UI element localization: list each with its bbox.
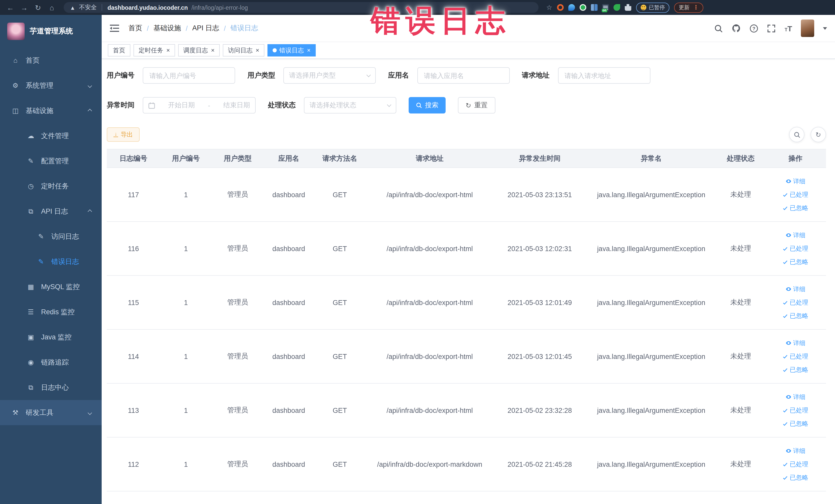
cell-exception: java.lang.IllegalArgumentException — [586, 222, 717, 276]
processed-action-link[interactable]: 已处理 — [767, 188, 824, 201]
sidebar-item-file[interactable]: ☁文件管理 — [0, 123, 102, 148]
tab-cron-job[interactable]: 定时任务× — [134, 44, 175, 57]
user-id-input[interactable] — [143, 67, 235, 84]
address-bar[interactable]: ▲ 不安全 dashboard.yudao.iocoder.cn /infra/… — [64, 2, 538, 13]
tab-close-icon[interactable]: × — [256, 47, 259, 54]
back-icon[interactable]: ← — [5, 3, 15, 12]
user-avatar[interactable] — [801, 20, 814, 37]
sidebar-item-system[interactable]: ⚙系统管理 — [0, 73, 102, 98]
cell-user_type: 管理员 — [212, 168, 264, 222]
topbar: 首页 / 基础设施 / API 日志 / 错误日志 — [102, 15, 835, 42]
sidebar-item-home[interactable]: ⌂首页 — [0, 48, 102, 73]
app-name-input[interactable] — [417, 67, 510, 84]
processed-action-link[interactable]: 已处理 — [767, 242, 824, 255]
github-icon[interactable] — [732, 24, 741, 33]
forward-icon[interactable]: → — [19, 3, 29, 12]
chevron-down-icon — [88, 83, 92, 88]
home-icon[interactable]: ⌂ — [47, 3, 57, 12]
extension-icon-4[interactable] — [591, 4, 597, 11]
sidebar-item-config[interactable]: ✎配置管理 — [0, 148, 102, 174]
caret-down-icon[interactable] — [823, 27, 827, 29]
extension-icon-6[interactable] — [613, 4, 620, 11]
sidebar-item-cron[interactable]: ◷定时任务 — [0, 174, 102, 199]
toggle-search-button[interactable] — [789, 127, 805, 142]
collapse-menu-icon[interactable] — [110, 25, 119, 32]
tab-access-log[interactable]: 访问日志× — [223, 44, 264, 57]
bookmark-star-icon[interactable]: ☆ — [546, 4, 552, 11]
tab-close-icon[interactable]: × — [166, 47, 170, 54]
sidebar-item-devtools[interactable]: ⚒研发工具 — [0, 400, 102, 425]
processed-action-link[interactable]: 已处理 — [767, 458, 824, 471]
detail-action-link[interactable]: 详细 — [767, 444, 824, 458]
sidebar-item-java[interactable]: ▣Java 监控 — [0, 324, 102, 350]
browser-menu-icon[interactable]: ⋮ — [693, 4, 699, 11]
ignored-action-link[interactable]: 已忽略 — [767, 309, 824, 322]
check-icon — [782, 354, 788, 359]
cell-time: 2021-05-02 21:45:28 — [494, 437, 586, 491]
ignored-action-link[interactable]: 已忽略 — [767, 417, 824, 430]
breadcrumb-home[interactable]: 首页 — [128, 24, 142, 33]
ignored-action-link[interactable]: 已忽略 — [767, 201, 824, 215]
reload-icon[interactable]: ↻ — [33, 3, 43, 12]
tab-error-log[interactable]: 错误日志× — [267, 44, 316, 57]
calendar-icon — [148, 102, 155, 108]
cell-actions: 详细已处理已忽略 — [765, 329, 826, 383]
export-button[interactable]: ↓ 导出 — [107, 127, 140, 142]
extensions-puzzle-icon[interactable] — [625, 4, 631, 11]
detail-action-link[interactable]: 详细 — [767, 175, 824, 188]
breadcrumb-infra[interactable]: 基础设施 — [154, 24, 181, 33]
breadcrumb-api-log[interactable]: API 日志 — [192, 24, 219, 33]
detail-action-link[interactable]: 详细 — [767, 336, 824, 350]
edit-square-icon: ✎ — [37, 258, 45, 265]
tab-home[interactable]: 首页 — [108, 44, 130, 57]
detail-action-link[interactable]: 详细 — [767, 282, 824, 296]
tab-close-icon[interactable]: × — [307, 47, 311, 54]
tab-schedule-log[interactable]: 调度日志× — [178, 44, 220, 57]
reset-button[interactable]: ↻ 重置 — [458, 97, 495, 114]
detail-action-link[interactable]: 详细 — [767, 390, 824, 404]
font-size-icon[interactable]: TT — [785, 24, 792, 33]
col-method: 请求方法名 — [314, 149, 366, 168]
ignored-action-link[interactable]: 已忽略 — [767, 255, 824, 268]
extension-icon-2[interactable] — [568, 4, 575, 11]
process-status-select[interactable]: 请选择处理状态 — [304, 97, 396, 114]
cell-method: GET — [314, 168, 366, 222]
update-badge[interactable]: 更新 ⋮ — [674, 2, 703, 13]
sidebar-item-error-log[interactable]: ✎错误日志 — [0, 249, 102, 274]
cell-time: 2021-05-02 23:32:28 — [494, 383, 586, 437]
sidebar-item-redis[interactable]: ☰Redis 监控 — [0, 299, 102, 324]
processed-action-link[interactable]: 已处理 — [767, 296, 824, 309]
user-type-select[interactable]: 请选择用户类型 — [283, 67, 376, 84]
extension-icon-1[interactable] — [557, 4, 564, 11]
table-row: 1161管理员dashboardGET/api/infra/db-doc/exp… — [107, 222, 826, 276]
help-icon[interactable]: ? — [750, 24, 758, 33]
cell-status: 未处理 — [717, 276, 765, 329]
ignored-action-link[interactable]: 已忽略 — [767, 363, 824, 377]
tab-close-icon[interactable]: × — [211, 47, 215, 54]
paused-badge[interactable]: 已暂停 — [636, 2, 669, 13]
processed-action-link[interactable]: 已处理 — [767, 404, 824, 417]
request-url-input[interactable] — [558, 67, 650, 84]
exception-time-range-picker[interactable]: 开始日期 - 结束日期 — [143, 97, 256, 114]
search-button[interactable]: 搜索 — [409, 97, 446, 114]
sidebar-item-api-log[interactable]: ⧉API 日志 — [0, 199, 102, 224]
search-icon[interactable] — [714, 24, 723, 33]
cell-user_id: 1 — [160, 276, 212, 329]
sidebar-item-access-log[interactable]: ✎访问日志 — [0, 224, 102, 249]
home-icon: ⌂ — [11, 57, 20, 64]
range-separator: - — [208, 101, 210, 109]
processed-action-link[interactable]: 已处理 — [767, 350, 824, 363]
sidebar-item-infra[interactable]: ◫基础设施 — [0, 98, 102, 123]
extension-icon-3[interactable] — [579, 4, 586, 11]
eye-icon — [786, 448, 792, 454]
extension-icon-5[interactable]: on — [602, 4, 609, 11]
sidebar-item-log-center[interactable]: ⧉日志中心 — [0, 375, 102, 400]
refresh-table-button[interactable]: ↻ — [811, 127, 826, 142]
fullscreen-icon[interactable] — [767, 24, 776, 33]
sidebar-item-mysql[interactable]: ▦MySQL 监控 — [0, 274, 102, 299]
sidebar-item-trace[interactable]: ◉链路追踪 — [0, 350, 102, 375]
filter-row-2: 异常时间 开始日期 - 结束日期 — [107, 97, 826, 114]
cell-user_type: 管理员 — [212, 383, 264, 437]
detail-action-link[interactable]: 详细 — [767, 228, 824, 242]
ignored-action-link[interactable]: 已忽略 — [767, 471, 824, 484]
